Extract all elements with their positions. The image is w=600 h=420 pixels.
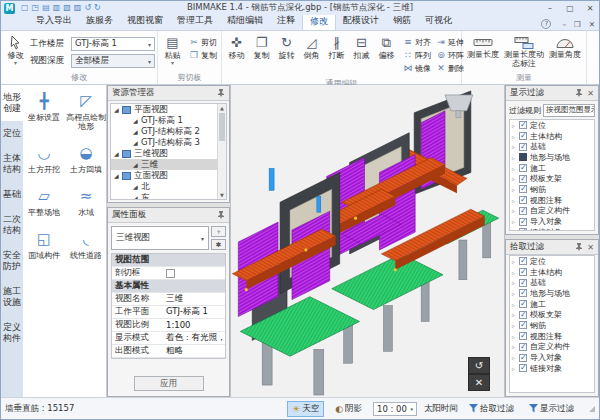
edit-type-button[interactable]: ＋ (211, 226, 226, 237)
close-panel-icon[interactable]: ✕ (587, 243, 594, 252)
expander-icon[interactable]: ▹ (512, 197, 519, 204)
view-tree-item[interactable]: ◢ GTJ-结构标高 3 (111, 137, 217, 148)
expander-icon[interactable]: ▹ (512, 311, 519, 318)
expander-icon[interactable]: ▹ (512, 301, 519, 308)
edit-tool-button[interactable]: ⊟ 扣减 (349, 33, 374, 60)
shadow-toggle[interactable]: ◐ 阴影 (331, 402, 366, 416)
filter-category-row[interactable]: ▹ 基础 (510, 277, 594, 288)
filter-category-row[interactable]: ▹ 主体结构 (510, 267, 594, 278)
pin-icon[interactable] (575, 89, 583, 97)
property-row[interactable]: 出图模式 粗略 (112, 345, 225, 358)
property-row[interactable]: 工作平面 GTJ-标高 1 (112, 306, 225, 319)
property-row[interactable]: 视图范围 (112, 254, 225, 267)
checkbox[interactable] (166, 269, 175, 278)
category-tab[interactable]: 地形创建 (1, 85, 23, 121)
scroll-down-icon[interactable]: ▼ (218, 191, 226, 199)
edit-tool-button[interactable]: ✜ 移动 (224, 33, 249, 60)
expander-icon[interactable]: ◢ (133, 128, 141, 135)
view-tree-item[interactable]: ◢ 北 (111, 181, 217, 192)
expander-icon[interactable]: ◢ (133, 183, 141, 190)
pick-filter-toggle[interactable]: 拾取过滤 (465, 402, 518, 416)
palette-tool[interactable]: ◒ 土方回填 (65, 145, 107, 174)
filter-category-row[interactable]: ▹ 定位 (510, 256, 594, 267)
work-floor-select[interactable]: GTJ-标高 1 ▾ (71, 37, 155, 51)
property-row[interactable]: 视图比例 1:100 (112, 319, 225, 332)
expander-icon[interactable]: ▹ (512, 290, 519, 297)
palette-tool[interactable]: ╋ 坐标设置 (23, 93, 65, 131)
measure-angle-button[interactable]: 测量角度 (546, 33, 584, 59)
modify-tool-button[interactable]: 修改 ▾ (3, 33, 28, 65)
pin-icon[interactable] (217, 211, 225, 219)
close-icon[interactable]: ✕ (584, 4, 596, 13)
palette-tool[interactable]: ▱ 平整场地 (23, 188, 65, 217)
checkbox[interactable] (519, 185, 527, 193)
checkbox[interactable] (519, 354, 527, 362)
checkbox[interactable] (519, 228, 527, 231)
category-tab[interactable]: 施工设施 (1, 279, 23, 315)
doc-close-icon[interactable]: ✕ (589, 20, 595, 29)
filter-category-row[interactable]: ▹ 视图注释 (510, 195, 594, 206)
category-tab[interactable]: 二次结构 (1, 207, 23, 243)
paste-button[interactable]: ▤ 粘贴 ▾ (160, 33, 185, 65)
expander-icon[interactable]: ◢ (114, 172, 122, 179)
filter-category-row[interactable]: ▹ 主体结构 (510, 131, 594, 142)
expander-icon[interactable]: ▹ (512, 133, 519, 140)
expander-icon[interactable]: ▹ (512, 322, 519, 329)
expander-icon[interactable]: ◢ (114, 106, 122, 113)
filter-category-row[interactable]: ▹ 基础 (510, 141, 594, 152)
filter-category-row[interactable]: ▹ 地形与场地 (510, 152, 594, 163)
checkbox[interactable] (519, 332, 527, 340)
cut-button[interactable]: ✂ 剪切 (187, 36, 219, 48)
expander-icon[interactable]: ▹ (512, 175, 519, 182)
view-depth-select[interactable]: 全部楼层 ▾ (71, 54, 155, 68)
filter-category-row[interactable]: ▹ 自定义构件 (510, 206, 594, 217)
expander-icon[interactable]: ▹ (512, 279, 519, 286)
checkbox[interactable] (519, 164, 527, 172)
filter-category-row[interactable]: ▹ 模板支架 (510, 309, 594, 320)
pin-icon[interactable] (217, 89, 225, 97)
filter-category-row[interactable]: ▹ 施工 (510, 299, 594, 310)
expander-icon[interactable]: ◢ (133, 194, 141, 199)
display-filter-toggle[interactable]: 显示过滤 (525, 402, 578, 416)
scroll-up-icon[interactable]: ▲ (218, 104, 226, 112)
scrollbar-thumb[interactable] (219, 113, 225, 141)
checkbox[interactable] (519, 311, 527, 319)
view-tree-item[interactable]: ◢ GTJ-标高 1 (111, 115, 217, 126)
checkbox[interactable] (519, 343, 527, 351)
checkbox[interactable] (519, 257, 527, 265)
property-row[interactable]: 基本属性 (112, 280, 225, 293)
doc-minimize-icon[interactable]: – (562, 20, 566, 29)
export-icon[interactable]: ▧ (63, 3, 71, 13)
open-file-icon[interactable]: ◳ (32, 3, 40, 13)
checkbox[interactable] (519, 321, 527, 329)
edit-small-button[interactable]: ⋈ 镜像 (401, 62, 433, 74)
filter-category-row[interactable]: ▹ 施工 (510, 163, 594, 174)
apply-button[interactable]: 应用 (134, 376, 204, 391)
filter-category-row[interactable]: ▹ 自定义构件 (510, 342, 594, 353)
save-as-icon[interactable]: ▥ (53, 3, 61, 13)
expander-icon[interactable]: ◢ (133, 161, 141, 168)
close-panel-icon[interactable]: ✕ (587, 89, 594, 98)
filter-category-row[interactable]: ▹ 定位 (510, 120, 594, 131)
orbit-button[interactable]: ↺ (468, 357, 490, 374)
edit-tool-button[interactable]: ↻ 旋转 (274, 33, 299, 60)
pin-icon[interactable] (575, 243, 583, 251)
3d-model[interactable] (231, 85, 504, 397)
type-selector[interactable]: 三维视图 ▾ (111, 226, 209, 250)
property-row[interactable]: 剖切框 (112, 267, 225, 280)
3d-viewport[interactable]: ↺ ✕ (231, 85, 505, 397)
filter-category-row[interactable]: ▹ 钢筋 (510, 184, 594, 195)
palette-tool[interactable]: ≈ 水域 (65, 188, 107, 217)
print-icon[interactable]: ▨ (74, 3, 82, 13)
type-settings-button[interactable]: ✱ (211, 239, 226, 250)
expander-icon[interactable]: ▹ (512, 143, 519, 150)
view-tree-item[interactable]: ◢ 立面视图 (111, 170, 217, 181)
category-tab[interactable]: 定位 (1, 121, 23, 146)
maximize-icon[interactable]: ▢ (564, 4, 576, 13)
redo-icon[interactable]: ↻ (94, 3, 101, 13)
checkbox[interactable] (519, 300, 527, 308)
expander-icon[interactable]: ▹ (512, 186, 519, 193)
filter-category-row[interactable]: ▹ 视图注释 (510, 331, 594, 342)
expander-icon[interactable]: ▹ (512, 365, 519, 372)
expander-icon[interactable]: ◢ (114, 150, 122, 157)
